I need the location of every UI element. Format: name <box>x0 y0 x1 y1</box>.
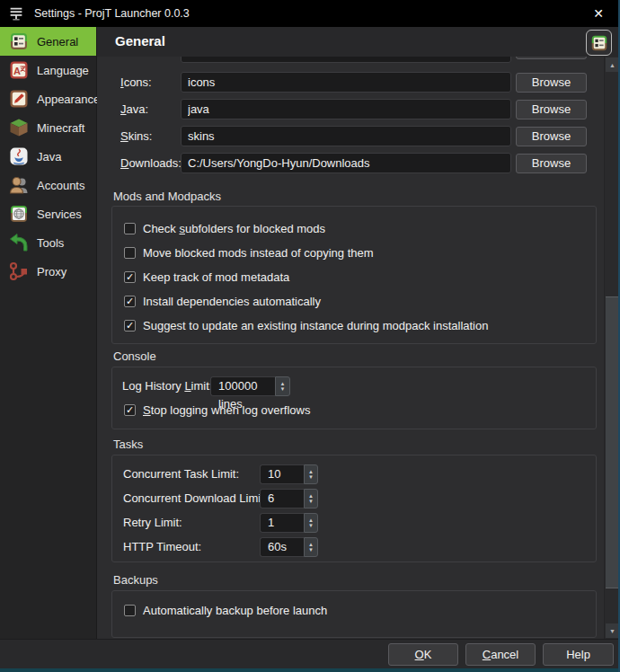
spinbox-buttons[interactable]: ▲ ▼ <box>304 513 318 533</box>
sidebar-item-general[interactable]: General <box>0 27 96 56</box>
concurrent-download-limit-label: Concurrent Download Limit: <box>123 489 267 508</box>
scroll-down-button[interactable]: ▼ <box>606 623 619 638</box>
spinbox-value[interactable]: 6 <box>260 489 304 508</box>
spinbox-value[interactable]: 10 <box>260 464 304 484</box>
clipped-path-input[interactable] <box>181 57 511 63</box>
sidebar-item-label: Minecraft <box>37 121 84 135</box>
retry-limit-label: Retry Limit: <box>123 513 182 533</box>
proxy-icon <box>8 261 30 282</box>
window-settings-icon <box>7 4 25 22</box>
checkbox-box[interactable]: ✓ <box>124 247 136 259</box>
panel-list-icon <box>589 33 609 53</box>
spinbox-buttons[interactable]: ▲ ▼ <box>275 376 290 396</box>
checkbox-box[interactable]: ✓ <box>124 223 136 234</box>
scrollbar-thumb[interactable] <box>606 296 619 588</box>
sidebar-item-tools[interactable]: Tools <box>0 228 96 257</box>
http-timeout-spinbox[interactable]: 60s ▲ ▼ <box>260 537 318 557</box>
spinbox-buttons[interactable]: ▲ ▼ <box>304 464 318 484</box>
http-timeout-label: HTTP Timeout: <box>123 537 201 557</box>
checkbox-label: Suggest to update an existing instance d… <box>143 319 488 332</box>
general-icon <box>8 31 30 52</box>
close-button[interactable]: ✕ <box>579 0 618 27</box>
checkbox-label: Keep track of mod metadata <box>143 270 289 284</box>
checkbox-box[interactable]: ✓ <box>124 296 136 307</box>
concurrent-task-limit-spinbox[interactable]: 10 ▲ ▼ <box>260 464 318 484</box>
log-history-limit-label: Log History Limit: <box>122 376 212 396</box>
spin-down-icon[interactable]: ▼ <box>308 547 314 553</box>
sidebar-item-label: Java <box>37 150 61 164</box>
checkbox-label: Check subfolders for blocked mods <box>143 222 325 235</box>
sidebar-item-label: General <box>37 35 78 49</box>
sidebar-item-label: Proxy <box>37 265 66 279</box>
retry-limit-spinbox[interactable]: 1 ▲ ▼ <box>260 513 318 533</box>
sidebar-item-minecraft[interactable]: Minecraft <box>0 113 96 142</box>
spin-down-icon[interactable]: ▼ <box>308 499 314 504</box>
spinbox-buttons[interactable]: ▲ ▼ <box>304 489 318 508</box>
checkbox-box[interactable]: ✓ <box>124 605 136 616</box>
spin-down-icon[interactable]: ▼ <box>308 474 314 480</box>
svg-text:A: A <box>13 66 21 76</box>
concurrent-task-limit-label: Concurrent Task Limit: <box>123 464 239 484</box>
skins-path-input[interactable] <box>181 126 511 146</box>
checkbox-install-dependencies[interactable]: ✓ Install dependencies automatically <box>124 295 321 308</box>
java-icon <box>8 146 30 167</box>
sidebar-item-language[interactable]: A Language <box>0 56 96 84</box>
skins-browse-button[interactable]: Browse <box>516 127 587 146</box>
mods-group-title: Mods and Modpacks <box>113 190 221 203</box>
checkbox-label: Stop logging when log overflows <box>143 403 310 417</box>
downloads-browse-button[interactable]: Browse <box>516 154 587 173</box>
spinbox-value[interactable]: 60s <box>260 537 304 557</box>
page-title: General <box>115 33 165 49</box>
checkbox-stop-logging[interactable]: ✓ Stop logging when log overflows <box>124 403 310 417</box>
concurrent-download-limit-spinbox[interactable]: 6 ▲ ▼ <box>260 489 318 508</box>
ok-button[interactable]: OK <box>388 643 458 666</box>
clipped-browse-button[interactable]: Browse <box>516 57 587 59</box>
checkbox-move-blocked-mods[interactable]: ✓ Move blocked mods instead of copying t… <box>124 246 374 260</box>
checkbox-label: Move blocked mods instead of copying the… <box>143 246 374 260</box>
sidebar-item-label: Services <box>37 208 82 221</box>
icons-browse-button[interactable]: Browse <box>516 73 587 93</box>
cancel-button[interactable]: Cancel <box>465 643 536 666</box>
downloads-path-label: Downloads: <box>120 153 182 173</box>
sidebar-item-proxy[interactable]: Proxy <box>0 257 96 286</box>
downloads-path-input[interactable] <box>181 153 511 173</box>
appearance-icon <box>8 88 30 110</box>
sidebar-item-label: Tools <box>37 236 64 250</box>
spinbox-buttons[interactable]: ▲ ▼ <box>304 537 318 557</box>
language-icon: A <box>8 59 30 81</box>
settings-scroll-area: Browse Icons: Browse Java: Browse Skins:… <box>97 57 604 639</box>
bottom-accent-strip <box>0 668 620 672</box>
sidebar-item-appearance[interactable]: Appearance <box>0 84 96 113</box>
checkbox-check-subfolders[interactable]: ✓ Check subfolders for blocked mods <box>124 222 325 235</box>
minecraft-icon <box>8 117 30 138</box>
dialog-button-bar: OK Cancel Help <box>0 639 620 668</box>
scroll-up-button[interactable]: ▲ <box>606 57 619 72</box>
check-icon: ✓ <box>126 296 134 306</box>
sidebar-item-services[interactable]: Services <box>0 199 96 228</box>
sidebar-item-label: Language <box>37 64 89 77</box>
checkbox-suggest-update[interactable]: ✓ Suggest to update an existing instance… <box>124 319 488 332</box>
help-button[interactable]: Help <box>543 643 614 666</box>
spinbox-value[interactable]: 100000 lines <box>210 376 275 396</box>
sidebar-item-java[interactable]: Java <box>0 142 96 171</box>
log-history-limit-spinbox[interactable]: 100000 lines ▲ ▼ <box>210 376 290 396</box>
sidebar-item-accounts[interactable]: Accounts <box>0 171 96 199</box>
java-browse-button[interactable]: Browse <box>516 100 587 119</box>
backups-group-title: Backups <box>113 573 158 587</box>
check-icon: ✓ <box>126 272 134 282</box>
checkbox-auto-backup[interactable]: ✓ Automatically backup before launch <box>124 604 327 617</box>
sidebar: General A Language Appearance <box>0 27 97 639</box>
checkbox-label: Install dependencies automatically <box>143 295 321 308</box>
sidebar-item-label: Appearance <box>37 93 100 106</box>
spin-down-icon[interactable]: ▼ <box>308 523 314 528</box>
checkbox-box[interactable]: ✓ <box>124 404 136 416</box>
checkbox-mod-metadata[interactable]: ✓ Keep track of mod metadata <box>124 270 289 284</box>
checkbox-box[interactable]: ✓ <box>124 271 136 283</box>
icons-path-input[interactable] <box>181 72 511 93</box>
spinbox-value[interactable]: 1 <box>260 513 304 533</box>
toggle-panel-button[interactable] <box>586 30 612 56</box>
vertical-scrollbar[interactable]: ▲ ▼ <box>604 57 619 639</box>
spin-down-icon[interactable]: ▼ <box>280 386 286 392</box>
checkbox-box[interactable]: ✓ <box>124 320 136 332</box>
java-path-input[interactable] <box>181 99 511 119</box>
